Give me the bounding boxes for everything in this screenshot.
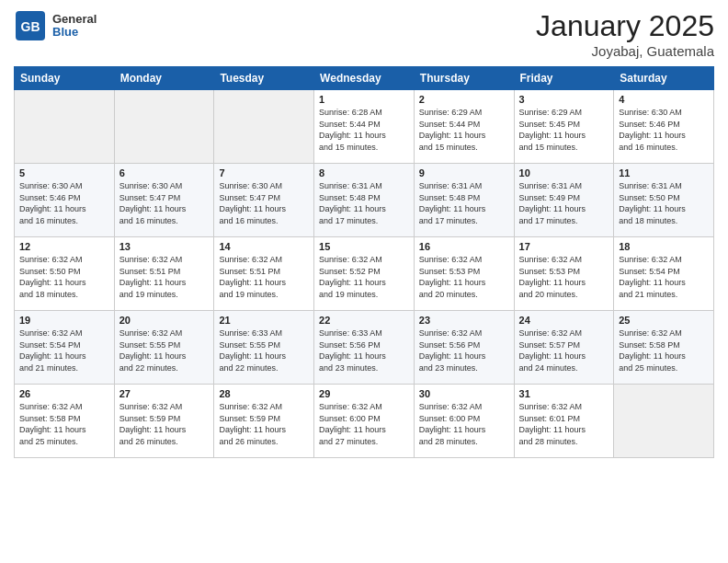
day-cell	[15, 90, 115, 164]
day-number: 3	[519, 94, 609, 105]
day-info: Sunrise: 6:28 AM Sunset: 5:44 PM Dayligh…	[319, 107, 409, 153]
day-info: Sunrise: 6:31 AM Sunset: 5:50 PM Dayligh…	[619, 180, 709, 226]
day-cell: 18Sunrise: 6:32 AM Sunset: 5:54 PM Dayli…	[614, 237, 714, 311]
day-cell: 13Sunrise: 6:32 AM Sunset: 5:51 PM Dayli…	[114, 237, 214, 311]
day-cell: 10Sunrise: 6:31 AM Sunset: 5:49 PM Dayli…	[514, 164, 614, 237]
day-info: Sunrise: 6:29 AM Sunset: 5:45 PM Dayligh…	[519, 107, 609, 153]
week-row-3: 12Sunrise: 6:32 AM Sunset: 5:50 PM Dayli…	[15, 237, 714, 311]
day-number: 25	[619, 315, 709, 326]
calendar-header: Sunday Monday Tuesday Wednesday Thursday…	[15, 67, 714, 90]
day-info: Sunrise: 6:32 AM Sunset: 5:51 PM Dayligh…	[119, 254, 210, 300]
header: GB General Blue January 2025 Joyabaj, Gu…	[14, 9, 714, 59]
day-info: Sunrise: 6:31 AM Sunset: 5:49 PM Dayligh…	[519, 180, 609, 226]
day-number: 28	[219, 388, 309, 399]
day-cell	[614, 385, 714, 458]
day-number: 12	[19, 241, 109, 252]
day-info: Sunrise: 6:32 AM Sunset: 6:00 PM Dayligh…	[419, 401, 509, 447]
location-subtitle: Joyabaj, Guatemala	[536, 43, 714, 59]
day-number: 7	[219, 167, 309, 178]
svg-text:GB: GB	[21, 19, 40, 34]
day-number: 2	[419, 94, 509, 105]
day-info: Sunrise: 6:32 AM Sunset: 5:58 PM Dayligh…	[19, 401, 109, 447]
day-number: 14	[219, 241, 309, 252]
header-friday: Friday	[514, 67, 614, 90]
day-cell: 25Sunrise: 6:32 AM Sunset: 5:58 PM Dayli…	[614, 311, 714, 385]
header-saturday: Saturday	[614, 67, 714, 90]
day-info: Sunrise: 6:32 AM Sunset: 5:51 PM Dayligh…	[219, 254, 309, 300]
week-row-1: 1Sunrise: 6:28 AM Sunset: 5:44 PM Daylig…	[15, 90, 714, 164]
logo-blue-text: Blue	[52, 26, 97, 39]
day-cell: 17Sunrise: 6:32 AM Sunset: 5:53 PM Dayli…	[514, 237, 614, 311]
header-sunday: Sunday	[15, 67, 115, 90]
day-number: 15	[319, 241, 409, 252]
day-info: Sunrise: 6:32 AM Sunset: 6:00 PM Dayligh…	[319, 401, 409, 447]
day-cell: 12Sunrise: 6:32 AM Sunset: 5:50 PM Dayli…	[15, 237, 115, 311]
day-info: Sunrise: 6:29 AM Sunset: 5:44 PM Dayligh…	[419, 107, 509, 153]
week-row-2: 5Sunrise: 6:30 AM Sunset: 5:46 PM Daylig…	[15, 164, 714, 237]
day-cell: 4Sunrise: 6:30 AM Sunset: 5:46 PM Daylig…	[614, 90, 714, 164]
day-number: 6	[119, 167, 210, 178]
day-number: 5	[19, 167, 109, 178]
week-row-5: 26Sunrise: 6:32 AM Sunset: 5:58 PM Dayli…	[15, 385, 714, 458]
day-cell: 24Sunrise: 6:32 AM Sunset: 5:57 PM Dayli…	[514, 311, 614, 385]
day-number: 30	[419, 388, 509, 399]
day-number: 20	[119, 315, 210, 326]
day-number: 23	[419, 315, 509, 326]
header-thursday: Thursday	[414, 67, 514, 90]
day-info: Sunrise: 6:33 AM Sunset: 5:55 PM Dayligh…	[219, 327, 309, 373]
day-number: 31	[519, 388, 609, 399]
day-number: 1	[319, 94, 409, 105]
day-info: Sunrise: 6:31 AM Sunset: 5:48 PM Dayligh…	[319, 180, 409, 226]
day-cell: 28Sunrise: 6:32 AM Sunset: 5:59 PM Dayli…	[214, 385, 314, 458]
day-cell: 26Sunrise: 6:32 AM Sunset: 5:58 PM Dayli…	[15, 385, 115, 458]
calendar-body: 1Sunrise: 6:28 AM Sunset: 5:44 PM Daylig…	[15, 90, 714, 458]
day-cell: 6Sunrise: 6:30 AM Sunset: 5:47 PM Daylig…	[114, 164, 214, 237]
week-row-4: 19Sunrise: 6:32 AM Sunset: 5:54 PM Dayli…	[15, 311, 714, 385]
day-number: 27	[119, 388, 210, 399]
day-number: 17	[519, 241, 609, 252]
day-cell: 14Sunrise: 6:32 AM Sunset: 5:51 PM Dayli…	[214, 237, 314, 311]
logo-general-text: General	[52, 13, 97, 26]
day-info: Sunrise: 6:32 AM Sunset: 5:56 PM Dayligh…	[419, 327, 509, 373]
day-cell	[114, 90, 214, 164]
day-info: Sunrise: 6:32 AM Sunset: 5:53 PM Dayligh…	[519, 254, 609, 300]
day-info: Sunrise: 6:32 AM Sunset: 6:01 PM Dayligh…	[519, 401, 609, 447]
day-info: Sunrise: 6:32 AM Sunset: 5:53 PM Dayligh…	[419, 254, 509, 300]
day-info: Sunrise: 6:30 AM Sunset: 5:46 PM Dayligh…	[619, 107, 709, 153]
day-info: Sunrise: 6:31 AM Sunset: 5:48 PM Dayligh…	[419, 180, 509, 226]
day-cell	[214, 90, 314, 164]
logo: GB General Blue	[14, 9, 97, 42]
day-number: 24	[519, 315, 609, 326]
day-cell: 8Sunrise: 6:31 AM Sunset: 5:48 PM Daylig…	[314, 164, 415, 237]
header-tuesday: Tuesday	[214, 67, 314, 90]
day-cell: 3Sunrise: 6:29 AM Sunset: 5:45 PM Daylig…	[514, 90, 614, 164]
day-number: 8	[319, 167, 409, 178]
day-number: 29	[319, 388, 409, 399]
day-info: Sunrise: 6:30 AM Sunset: 5:46 PM Dayligh…	[19, 180, 109, 226]
title-block: January 2025 Joyabaj, Guatemala	[536, 9, 714, 59]
day-cell: 21Sunrise: 6:33 AM Sunset: 5:55 PM Dayli…	[214, 311, 314, 385]
day-info: Sunrise: 6:32 AM Sunset: 5:58 PM Dayligh…	[619, 327, 709, 373]
day-number: 22	[319, 315, 409, 326]
day-cell: 9Sunrise: 6:31 AM Sunset: 5:48 PM Daylig…	[414, 164, 514, 237]
day-cell: 30Sunrise: 6:32 AM Sunset: 6:00 PM Dayli…	[414, 385, 514, 458]
day-info: Sunrise: 6:32 AM Sunset: 5:59 PM Dayligh…	[119, 401, 210, 447]
day-number: 26	[19, 388, 109, 399]
day-number: 11	[619, 167, 709, 178]
day-info: Sunrise: 6:32 AM Sunset: 5:55 PM Dayligh…	[119, 327, 210, 373]
day-info: Sunrise: 6:32 AM Sunset: 5:52 PM Dayligh…	[319, 254, 409, 300]
day-cell: 16Sunrise: 6:32 AM Sunset: 5:53 PM Dayli…	[414, 237, 514, 311]
day-number: 21	[219, 315, 309, 326]
day-info: Sunrise: 6:30 AM Sunset: 5:47 PM Dayligh…	[219, 180, 309, 226]
day-cell: 27Sunrise: 6:32 AM Sunset: 5:59 PM Dayli…	[114, 385, 214, 458]
weekday-header-row: Sunday Monday Tuesday Wednesday Thursday…	[15, 67, 714, 90]
day-cell: 11Sunrise: 6:31 AM Sunset: 5:50 PM Dayli…	[614, 164, 714, 237]
day-info: Sunrise: 6:33 AM Sunset: 5:56 PM Dayligh…	[319, 327, 409, 373]
day-number: 19	[19, 315, 109, 326]
day-number: 16	[419, 241, 509, 252]
day-cell: 22Sunrise: 6:33 AM Sunset: 5:56 PM Dayli…	[314, 311, 415, 385]
day-cell: 31Sunrise: 6:32 AM Sunset: 6:01 PM Dayli…	[514, 385, 614, 458]
day-number: 10	[519, 167, 609, 178]
day-number: 18	[619, 241, 709, 252]
calendar-container: GB General Blue January 2025 Joyabaj, Gu…	[0, 0, 728, 563]
